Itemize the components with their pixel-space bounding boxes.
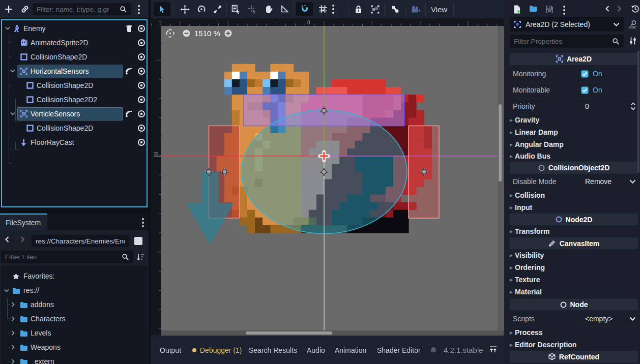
collapse-icon[interactable] <box>4 289 9 292</box>
open-docs-icon[interactable]: DOC <box>628 20 637 29</box>
filter-properties-input[interactable]: Filter Properties <box>510 35 624 48</box>
scene-node-horizontalsensors[interactable]: HorizontalSensors <box>2 64 147 78</box>
tab-filesystem[interactable]: FileSystem <box>0 214 47 230</box>
eye-icon[interactable] <box>137 96 146 104</box>
tool-scale-button[interactable] <box>209 2 226 16</box>
canvas[interactable] <box>161 26 504 330</box>
filter-files-input[interactable]: Filter Files <box>1 251 133 263</box>
eye-icon[interactable] <box>137 124 146 132</box>
center-view-icon[interactable] <box>166 29 174 38</box>
2d-viewport[interactable]: 0 0 1510 % <box>151 18 504 336</box>
tool-ruler-button[interactable] <box>276 2 293 16</box>
history-forward-icon[interactable] <box>616 5 622 12</box>
scene-node-collisionshape2d[interactable]: CollisionShape2D <box>2 50 147 64</box>
hscroll-handle[interactable] <box>246 331 332 335</box>
scene-node-collisionshape2d[interactable]: CollisionShape2D <box>2 78 147 93</box>
tool-list-select-button[interactable] <box>227 2 244 16</box>
expand-icon[interactable] <box>11 330 15 336</box>
group-process[interactable]: ▸Process <box>510 326 638 339</box>
bottom-tab-animation[interactable]: Animation <box>335 343 366 357</box>
bottom-tab-shader-editor[interactable]: Shader Editor <box>377 343 421 357</box>
view-menu-button[interactable]: View <box>428 2 450 16</box>
scene-node-animatedsprite2d[interactable]: AnimatedSprite2D <box>2 36 147 50</box>
inspector-scrollbar[interactable] <box>637 51 639 173</box>
nav-forward-icon[interactable] <box>19 236 25 243</box>
zoom-in-icon[interactable] <box>224 29 232 37</box>
bottom-tab-output[interactable]: Output <box>160 343 181 357</box>
file-item-res[interactable]: res:// <box>1 283 150 297</box>
tool-pan-button[interactable] <box>260 2 277 16</box>
zoom-out-icon[interactable] <box>183 29 190 37</box>
eye-icon[interactable] <box>137 24 146 33</box>
eye-icon[interactable] <box>137 138 146 146</box>
collapse-icon[interactable] <box>10 69 15 73</box>
add-node-icon[interactable] <box>4 5 13 14</box>
group-audio-bus[interactable]: ▸Audio Bus <box>510 150 638 162</box>
group-editor-description[interactable]: ▸Editor Description <box>510 339 638 351</box>
file-item-extern[interactable]: _extern <box>1 354 150 364</box>
checkbox-checked-icon[interactable] <box>581 70 589 78</box>
snap-options-button[interactable] <box>328 2 339 16</box>
signal-icon[interactable] <box>125 68 133 75</box>
checkbox-checked-icon[interactable] <box>581 86 589 94</box>
scene-filter-input[interactable]: Filter: name, t:type, g:gr <box>33 3 131 15</box>
scene-node-collisionshape2d2[interactable]: CollisionShape2D2 <box>2 93 147 107</box>
eye-icon[interactable] <box>137 53 146 61</box>
vscroll-handle[interactable] <box>499 104 502 181</box>
file-item-characters[interactable]: Characters <box>1 312 150 326</box>
collapse-icon[interactable] <box>5 26 10 30</box>
bottom-tab-search-results[interactable]: Search Results <box>249 343 297 357</box>
history-back-icon[interactable] <box>604 5 610 12</box>
property-monitorable[interactable]: MonitorableOn <box>510 82 638 98</box>
nav-back-icon[interactable] <box>4 236 10 243</box>
tool-select-button[interactable] <box>154 2 170 16</box>
expand-bottom-panel-icon[interactable] <box>489 346 497 353</box>
expand-icon[interactable] <box>11 302 15 307</box>
property-priority[interactable]: Priority0 <box>510 98 638 114</box>
chevron-down-icon[interactable] <box>629 317 636 321</box>
group-button[interactable] <box>367 2 384 16</box>
scene-node-collisionshape2d[interactable]: CollisionShape2D <box>2 121 147 135</box>
tool-click-select-button[interactable] <box>244 2 260 16</box>
lock-button[interactable] <box>350 2 367 16</box>
eye-icon[interactable] <box>137 81 146 89</box>
instantiate-scene-icon[interactable] <box>20 5 30 14</box>
filesystem-menu-icon[interactable] <box>141 218 144 228</box>
tool-move-button[interactable] <box>177 2 193 16</box>
scene-node-enemy[interactable]: Enemy <box>2 21 147 36</box>
signal-icon[interactable] <box>125 110 133 118</box>
expand-icon[interactable] <box>11 359 15 364</box>
group-collision[interactable]: ▸Collision <box>510 189 638 201</box>
group-input[interactable]: ▸Input <box>510 201 638 214</box>
save-resource-icon[interactable] <box>545 5 554 13</box>
expand-icon[interactable] <box>11 316 15 321</box>
file-tree[interactable]: Favorites:res://addonsCharactersLevelsWe… <box>1 266 148 364</box>
new-resource-icon[interactable] <box>513 5 521 14</box>
group-visibility[interactable]: ▸Visibility <box>510 249 638 261</box>
property-disable-mode[interactable]: Disable ModeRemove <box>510 174 638 189</box>
snap-toggle-button[interactable] <box>296 2 313 16</box>
property-tools-icon[interactable] <box>629 37 637 45</box>
eye-icon[interactable] <box>137 39 146 47</box>
group-texture[interactable]: ▸Texture <box>510 274 638 286</box>
file-item-levels[interactable]: Levels <box>1 326 150 340</box>
expand-icon[interactable] <box>11 345 15 350</box>
history-icon[interactable] <box>631 5 639 13</box>
scene-node-verticlesensors[interactable]: VerticleSensors <box>2 107 147 121</box>
property-scripts[interactable]: Scripts<empty> <box>510 311 638 326</box>
group-transform[interactable]: ▸Transform <box>510 225 638 237</box>
toggle-split-mode-button[interactable] <box>134 237 142 245</box>
tool-rotate-button[interactable] <box>193 2 210 16</box>
horizontal-scrollbar[interactable] <box>161 330 504 336</box>
eye-icon[interactable] <box>137 67 146 75</box>
scene-tree[interactable]: EnemyAnimatedSprite2DCollisionShape2DHor… <box>1 19 148 207</box>
spinner-icon[interactable] <box>630 102 636 111</box>
chevron-down-icon[interactable] <box>629 179 636 184</box>
bottom-tab-debugger-[interactable]: Debugger (1) <box>192 343 242 357</box>
script-icon[interactable] <box>126 25 133 33</box>
vertical-scrollbar[interactable] <box>498 26 503 330</box>
notification-bell-icon[interactable] <box>430 347 437 354</box>
group-ordering[interactable]: ▸Ordering <box>510 261 638 274</box>
bone-button[interactable] <box>387 2 403 16</box>
group-material[interactable]: ▸Material <box>510 286 638 298</box>
